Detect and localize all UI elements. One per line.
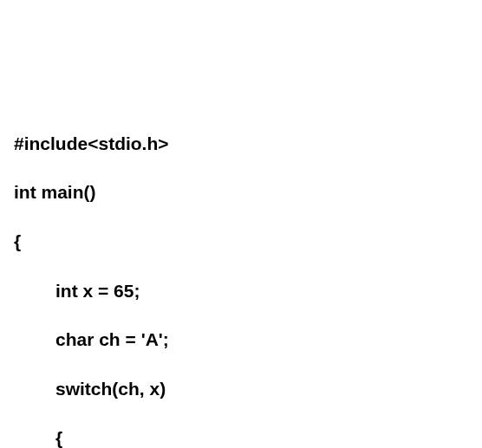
code-line: int x = 65; xyxy=(14,279,468,303)
code-line: { xyxy=(14,230,468,254)
code-line: #include<stdio.h> xyxy=(14,132,468,156)
code-line: switch(ch, x) xyxy=(14,377,468,401)
code-line: { xyxy=(14,426,468,448)
code-snippet: #include<stdio.h> int main() { int x = 6… xyxy=(14,107,468,448)
code-line: int main() xyxy=(14,180,468,205)
code-line: char ch = 'A'; xyxy=(14,328,468,352)
